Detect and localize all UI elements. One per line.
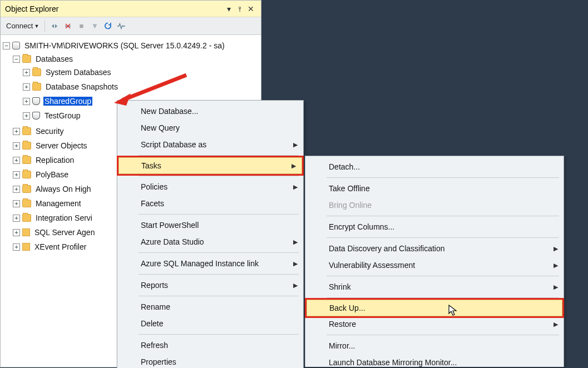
tree-databases-node[interactable]: − Databases bbox=[3, 53, 259, 65]
tree-databases-label: Databases bbox=[34, 54, 74, 63]
menu-separator bbox=[327, 335, 559, 335]
menu-launch-mirroring-monitor[interactable]: Launch Database Mirroring Monitor... bbox=[305, 354, 564, 368]
menu-separator bbox=[327, 216, 559, 216]
menu-delete[interactable]: Delete bbox=[117, 315, 303, 332]
folder-icon bbox=[22, 142, 31, 150]
chevron-right-icon: ▶ bbox=[293, 260, 298, 267]
menu-separator bbox=[327, 276, 559, 276]
menu-tasks[interactable]: Tasks▶ bbox=[118, 157, 302, 174]
chevron-right-icon: ▶ bbox=[554, 284, 558, 291]
menu-separator bbox=[139, 334, 299, 335]
refresh-icon[interactable] bbox=[102, 19, 114, 33]
chevron-right-icon: ▶ bbox=[291, 162, 296, 170]
folder-icon bbox=[22, 200, 31, 207]
menu-new-database[interactable]: New Database... bbox=[117, 103, 303, 120]
menu-reports[interactable]: Reports▶ bbox=[117, 277, 303, 294]
chevron-right-icon: ▶ bbox=[293, 141, 298, 148]
menu-separator bbox=[139, 296, 299, 296]
toolbar: Connect ▼ ■ ▼ bbox=[1, 17, 261, 35]
menu-azure-sql-link[interactable]: Azure SQL Managed Instance link▶ bbox=[117, 255, 303, 272]
chevron-right-icon: ▶ bbox=[554, 321, 558, 328]
server-icon bbox=[12, 42, 20, 49]
menu-restore[interactable]: Restore▶ bbox=[305, 316, 564, 332]
menu-separator bbox=[139, 252, 299, 253]
chevron-down-icon: ▼ bbox=[33, 23, 39, 29]
database-icon bbox=[32, 112, 40, 120]
menu-separator bbox=[327, 177, 559, 178]
xevent-icon bbox=[22, 243, 30, 251]
folder-icon bbox=[32, 83, 41, 91]
menu-separator bbox=[139, 176, 299, 176]
tree-server-node[interactable]: − SMITH-VM\DRIVEWORKS (SQL Server 15.0.4… bbox=[3, 39, 259, 52]
menu-back-up[interactable]: Back Up... bbox=[307, 300, 562, 316]
menu-separator bbox=[139, 274, 299, 275]
panel-title-text: Object Explorer bbox=[5, 4, 58, 13]
menu-data-discovery[interactable]: Data Discovery and Classification▶ bbox=[305, 240, 564, 257]
remove-connection-icon[interactable] bbox=[62, 19, 74, 33]
disconnect-icon[interactable] bbox=[48, 19, 61, 33]
tree-database-snapshots[interactable]: + Database Snapshots bbox=[3, 81, 259, 93]
folder-icon bbox=[32, 68, 41, 76]
menu-policies[interactable]: Policies▶ bbox=[117, 178, 303, 195]
menu-vulnerability-assessment[interactable]: Vulnerability Assessment▶ bbox=[305, 257, 564, 273]
tree-system-databases[interactable]: + System Databases bbox=[3, 66, 259, 78]
menu-detach[interactable]: Detach... bbox=[305, 158, 564, 175]
folder-icon bbox=[22, 156, 31, 164]
menu-script-database-as[interactable]: Script Database as▶ bbox=[117, 136, 303, 153]
menu-take-offline[interactable]: Take Offline bbox=[305, 180, 564, 197]
activity-monitor-icon[interactable] bbox=[115, 19, 127, 33]
folder-icon bbox=[22, 171, 31, 178]
context-submenu-tasks: Detach... Take Offline Bring Online Encr… bbox=[305, 156, 564, 367]
database-icon bbox=[32, 97, 40, 105]
close-icon[interactable]: ✕ bbox=[245, 4, 256, 13]
menu-bring-online: Bring Online bbox=[305, 197, 564, 213]
stop-icon: ■ bbox=[75, 19, 87, 33]
filter-icon[interactable]: ▼ bbox=[88, 19, 101, 33]
pin-icon[interactable]: ⫯ bbox=[234, 4, 245, 13]
chevron-right-icon: ▶ bbox=[554, 262, 558, 269]
folder-icon bbox=[22, 214, 31, 222]
menu-separator bbox=[139, 214, 299, 215]
menu-shrink[interactable]: Shrink▶ bbox=[305, 279, 564, 295]
context-menu-database: New Database... New Query Script Databas… bbox=[117, 100, 304, 368]
tree-sharedgroup-label: SharedGroup bbox=[43, 97, 92, 106]
tree-server-label: SMITH-VM\DRIVEWORKS (SQL Server 15.0.424… bbox=[23, 41, 226, 50]
connect-button-label: Connect bbox=[6, 22, 33, 30]
menu-properties[interactable]: Properties bbox=[117, 354, 303, 368]
connect-button[interactable]: Connect ▼ bbox=[4, 19, 41, 33]
menu-encrypt-columns[interactable]: Encrypt Columns... bbox=[305, 218, 564, 235]
menu-separator bbox=[327, 237, 559, 238]
window-options-icon[interactable]: ▾ bbox=[223, 4, 234, 13]
menu-new-query[interactable]: New Query bbox=[117, 120, 303, 136]
menu-refresh[interactable]: Refresh bbox=[117, 337, 303, 354]
menu-rename[interactable]: Rename bbox=[117, 299, 303, 315]
menu-separator bbox=[327, 297, 559, 298]
agent-icon bbox=[22, 228, 30, 236]
menu-separator bbox=[139, 155, 299, 156]
chevron-right-icon: ▶ bbox=[293, 183, 298, 191]
chevron-right-icon: ▶ bbox=[554, 245, 558, 252]
menu-azure-data-studio[interactable]: Azure Data Studio▶ bbox=[117, 233, 303, 250]
folder-icon bbox=[22, 127, 31, 135]
menu-start-powershell[interactable]: Start PowerShell bbox=[117, 217, 303, 233]
folder-icon bbox=[22, 55, 31, 63]
menu-facets[interactable]: Facets bbox=[117, 195, 303, 212]
menu-mirror[interactable]: Mirror... bbox=[305, 337, 564, 354]
chevron-right-icon: ▶ bbox=[293, 282, 298, 289]
folder-icon bbox=[22, 185, 31, 193]
chevron-right-icon: ▶ bbox=[293, 238, 298, 246]
panel-titlebar: Object Explorer ▾ ⫯ ✕ bbox=[1, 1, 261, 17]
